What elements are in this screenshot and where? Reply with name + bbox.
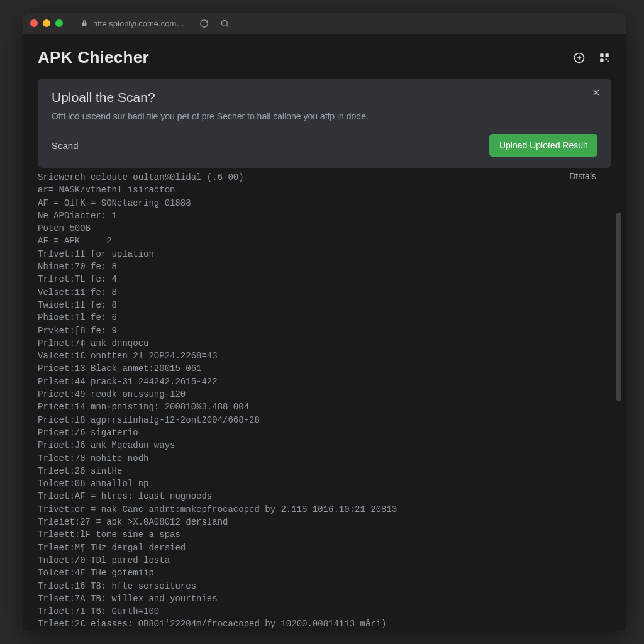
- scrollbar-thumb[interactable]: [616, 213, 621, 401]
- minimize-window-button[interactable]: [43, 19, 50, 27]
- banner-title: Uploall the Scan?: [52, 90, 597, 105]
- url-text: htte;splonlyi.come.com…: [93, 19, 184, 28]
- close-icon[interactable]: [591, 87, 601, 97]
- app-title: APK Chiecher: [38, 48, 149, 67]
- scan-output: Sricwerch ccloute oultan¼0lidal (.6-00) …: [38, 171, 621, 631]
- svg-rect-6: [608, 60, 609, 62]
- scrollbar-track[interactable]: [616, 150, 621, 623]
- header-actions: [572, 51, 611, 65]
- title-bar: htte;splonlyi.come.com…: [23, 13, 626, 34]
- banner-description: Offt lod uscend sur badl file you pet of…: [52, 111, 597, 121]
- banner-actions: Scand Upload Uploted Result: [52, 134, 597, 157]
- details-link[interactable]: Dtstals: [569, 171, 596, 181]
- close-window-button[interactable]: [30, 19, 38, 27]
- secondary-action-link[interactable]: Scand: [52, 140, 79, 151]
- header-row: APK Chiecher: [38, 48, 611, 67]
- lock-icon: [80, 19, 88, 27]
- plus-circle-icon[interactable]: [572, 51, 586, 65]
- page-content: APK Chiecher Uploall the Scan? Offt lod …: [23, 34, 626, 631]
- maximize-window-button[interactable]: [55, 19, 63, 27]
- svg-point-0: [222, 20, 228, 26]
- svg-rect-5: [606, 58, 607, 60]
- reload-icon[interactable]: [197, 18, 211, 30]
- svg-rect-4: [600, 58, 603, 62]
- output-area: Dtstals Sricwerch ccloute oultan¼0lidal …: [38, 171, 621, 631]
- svg-rect-3: [606, 53, 609, 57]
- svg-rect-2: [600, 53, 603, 57]
- url-box[interactable]: htte;splonlyi.come.com…: [74, 16, 191, 31]
- window-controls: [30, 19, 63, 27]
- upload-result-button[interactable]: Upload Uploted Result: [489, 134, 597, 157]
- address-bar: htte;splonlyi.come.com…: [74, 16, 619, 31]
- upload-banner: Uploall the Scan? Offt lod uscend sur ba…: [38, 79, 611, 168]
- qr-icon[interactable]: [597, 51, 611, 65]
- search-icon[interactable]: [218, 18, 232, 30]
- browser-window: htte;splonlyi.come.com… APK Chiecher: [23, 13, 626, 631]
